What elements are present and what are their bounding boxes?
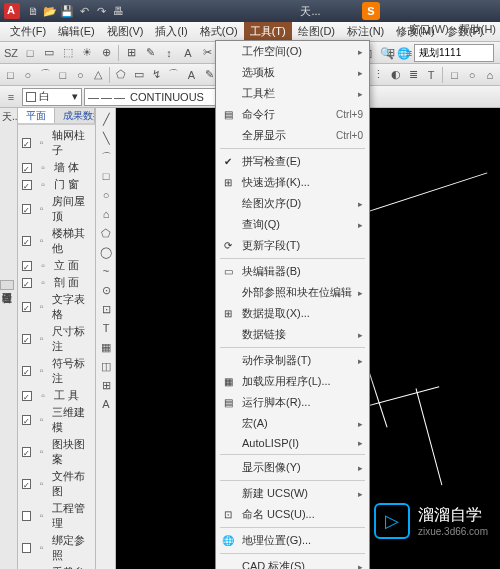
menu-draw[interactable]: 绘图(D) [292, 22, 341, 41]
draw-tool-button[interactable]: ⊡ [97, 300, 115, 318]
menu-item[interactable]: ▤命令行Ctrl+9 [216, 104, 369, 125]
toolbar-button[interactable]: ⋮ [370, 66, 387, 84]
toolbar-button[interactable]: A [179, 44, 197, 62]
toolbar-button[interactable]: A [183, 66, 200, 84]
toolbar-button[interactable]: T [423, 66, 440, 84]
toc-item[interactable]: ▫楼梯其他 [18, 225, 95, 257]
checkbox-icon[interactable] [22, 543, 31, 553]
checkbox-icon[interactable] [22, 278, 32, 288]
draw-tool-button[interactable]: ◯ [97, 243, 115, 261]
draw-tool-button[interactable]: ⌂ [97, 205, 115, 223]
toc-item[interactable]: ▫墙 体 [18, 159, 95, 176]
toolbar-button[interactable]: ▭ [131, 66, 148, 84]
qat-redo-icon[interactable]: ↷ [94, 4, 108, 18]
toolbar-button[interactable]: ⌒ [166, 66, 183, 84]
toc-item[interactable]: ▫重载参照 [18, 564, 95, 569]
draw-tool-button[interactable]: ○ [97, 186, 115, 204]
qat-print-icon[interactable]: 🖶 [111, 4, 125, 18]
toolbar-button[interactable]: △ [90, 66, 107, 84]
toolbar-button[interactable]: ○ [20, 66, 37, 84]
draw-tool-button[interactable]: ╱ [97, 110, 115, 128]
menu-item[interactable]: ⊡命名 UCS(U)... [216, 504, 369, 525]
checkbox-icon[interactable] [22, 334, 31, 344]
globe-icon[interactable]: 🌐 [397, 47, 411, 60]
toolbar-button[interactable]: ⬠ [113, 66, 130, 84]
draw-tool-button[interactable]: ▦ [97, 338, 115, 356]
draw-tool-button[interactable]: ⊞ [97, 376, 115, 394]
checkbox-icon[interactable] [22, 302, 31, 312]
toc-item[interactable]: ▫剖 面 [18, 274, 95, 291]
toc-item[interactable]: ▫立 面 [18, 257, 95, 274]
toolbar-button[interactable]: ○ [464, 66, 481, 84]
draw-tool-button[interactable]: ⌒ [97, 148, 115, 166]
checkbox-icon[interactable] [22, 366, 31, 376]
toc-item[interactable]: ▫符号标注 [18, 355, 95, 387]
toc-item[interactable]: ▫工 具 [18, 387, 95, 404]
menu-view[interactable]: 视图(V) [101, 22, 150, 41]
draw-tool-button[interactable]: ⬠ [97, 224, 115, 242]
toc-item[interactable]: ▫三维建模 [18, 404, 95, 436]
menu-right-item[interactable]: 帮助(H) [459, 22, 496, 37]
toolbar-button[interactable]: □ [2, 66, 19, 84]
menu-item[interactable]: 外部参照和块在位编辑 [216, 282, 369, 303]
toolbar-button[interactable]: ▭ [40, 44, 58, 62]
checkbox-icon[interactable] [22, 261, 32, 271]
toolbar-button[interactable]: ≣ [405, 66, 422, 84]
checkbox-icon[interactable] [22, 479, 31, 489]
breadcrumb[interactable]: 成果数据第十小学 [55, 108, 95, 123]
color-combo[interactable]: 白 ▾ [22, 88, 82, 106]
menu-item[interactable]: 工作空间(O) [216, 41, 369, 62]
qat-open-icon[interactable]: 📂 [43, 4, 57, 18]
toolbar-button[interactable]: SZ [2, 44, 20, 62]
menu-edit[interactable]: 编辑(E) [52, 22, 101, 41]
checkbox-icon[interactable] [22, 180, 32, 190]
menu-item[interactable]: 显示图像(Y) [216, 457, 369, 478]
menu-item[interactable]: ✔拼写检查(E) [216, 151, 369, 172]
checkbox-icon[interactable] [22, 447, 31, 457]
draw-tool-button[interactable]: T [97, 319, 115, 337]
toolbar-button[interactable]: ⌂ [481, 66, 498, 84]
search-icon[interactable]: 🔍 [380, 47, 394, 60]
toolbar-button[interactable]: ↯ [148, 66, 165, 84]
address-input[interactable]: 规划1111 [414, 44, 494, 62]
menu-item[interactable]: 查询(Q) [216, 214, 369, 235]
checkbox-icon[interactable] [22, 236, 31, 246]
menu-item[interactable]: 选项板 [216, 62, 369, 83]
draw-tool-button[interactable]: □ [97, 167, 115, 185]
tab-plan[interactable]: 平面 [18, 108, 55, 123]
menu-item[interactable]: 工具栏 [216, 83, 369, 104]
toolbar-button[interactable]: ⊕ [97, 44, 115, 62]
qat-save-icon[interactable]: 💾 [60, 4, 74, 18]
menu-file[interactable]: 文件(F) [4, 22, 52, 41]
toolbar-button[interactable]: □ [446, 66, 463, 84]
menu-dim[interactable]: 标注(N) [341, 22, 390, 41]
toolbar-button[interactable]: ✎ [141, 44, 159, 62]
toolbar-button[interactable]: ○ [72, 66, 89, 84]
toolbar-button[interactable]: ☀ [78, 44, 96, 62]
menu-right-item[interactable]: 窗口(W) [409, 22, 449, 37]
menu-item[interactable]: ⟳更新字段(T) [216, 235, 369, 256]
menu-tools[interactable]: 工具(T) [244, 22, 292, 41]
checkbox-icon[interactable] [22, 391, 32, 401]
menu-item[interactable]: ⊞快速选择(K)... [216, 172, 369, 193]
qat-new-icon[interactable]: 🗎 [26, 4, 40, 18]
toolbar-button[interactable]: ⌒ [37, 66, 54, 84]
toolbar-button[interactable]: □ [21, 44, 39, 62]
menu-item[interactable]: 动作录制器(T) [216, 350, 369, 371]
draw-tool-button[interactable]: ~ [97, 262, 115, 280]
linetype-combo[interactable]: ——— CONTINUOUS ▾ [84, 88, 234, 106]
toolbar-button[interactable]: □ [55, 66, 72, 84]
toc-item[interactable]: ▫图块图案 [18, 436, 95, 468]
toc-item[interactable]: ▫门 窗 [18, 176, 95, 193]
menu-item[interactable]: ▤运行脚本(R)... [216, 392, 369, 413]
draw-tool-button[interactable]: ◫ [97, 357, 115, 375]
menu-item[interactable]: ▭块编辑器(B) [216, 261, 369, 282]
toc-item[interactable]: ▫绑定参照 [18, 532, 95, 564]
draw-tool-button[interactable]: ╲ [97, 129, 115, 147]
toolbar-button[interactable]: ◐ [388, 66, 405, 84]
toolbar-button[interactable]: ⊞ [122, 44, 140, 62]
qat-undo-icon[interactable]: ↶ [77, 4, 91, 18]
menu-format[interactable]: 格式(O) [194, 22, 244, 41]
toc-item[interactable]: ▫房间屋顶 [18, 193, 95, 225]
menu-item[interactable]: AutoLISP(I) [216, 434, 369, 452]
